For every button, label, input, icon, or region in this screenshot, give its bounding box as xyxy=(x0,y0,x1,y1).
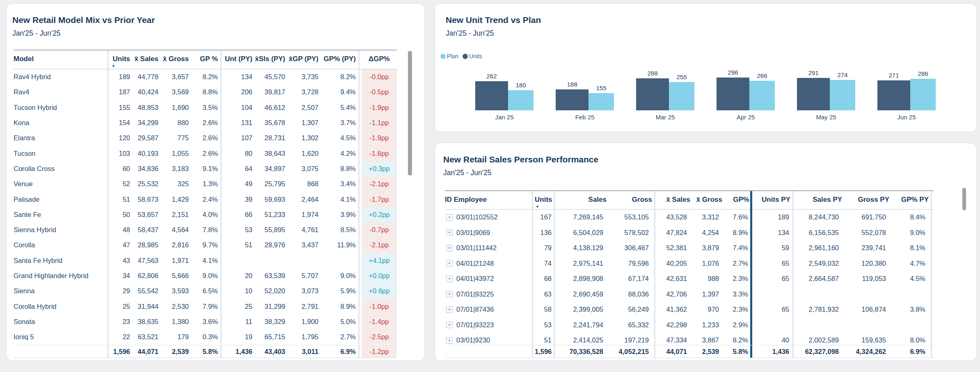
units-bar[interactable] xyxy=(556,89,588,110)
bar-value-label: 286 xyxy=(918,70,928,77)
expand-row-icon[interactable]: + xyxy=(446,214,453,221)
units_py-cell: 131 xyxy=(224,119,253,127)
model-mix-scrollbar-thumb[interactable] xyxy=(408,51,412,176)
employee-id-cell: +04/01|21248 xyxy=(445,260,531,267)
gross-cell: 306,467 xyxy=(607,244,653,252)
gross-cell: 88,036 xyxy=(607,290,653,298)
table-row[interactable]: +07/01|87436582,399,00556,24941,3629702.… xyxy=(445,302,934,317)
sales-performance-scrollbar-thumb[interactable] xyxy=(962,188,966,210)
units-bar-column: 271 xyxy=(877,72,910,110)
column-header-sales[interactable]: x̄ Sales xyxy=(131,50,159,69)
legend-item-plan[interactable]: Plan xyxy=(440,53,458,59)
units-bar[interactable] xyxy=(475,81,508,110)
table-row[interactable]: Rav418740,4243,5698.8%20639,8173,7289.4%… xyxy=(14,84,397,100)
table-row[interactable]: +07/01|93225632,690,45988,03642,7061,397… xyxy=(445,287,934,302)
units-bar-column: 291 xyxy=(797,69,830,110)
plan-bar[interactable] xyxy=(588,93,614,110)
model-cell: Sienna Hybrid xyxy=(14,226,106,234)
table-row[interactable]: Rav4 Hybrid18944,7783,6578.2%13445,5703,… xyxy=(14,69,397,84)
table-row[interactable]: Kona15434,2998802.6%13135,6781,3073.7%-1… xyxy=(14,115,397,130)
expand-row-icon[interactable]: + xyxy=(446,260,453,267)
column-header-sales[interactable]: Sales xyxy=(556,191,607,210)
expand-row-icon[interactable]: + xyxy=(446,276,453,282)
column-header-gross_py[interactable]: Gross PY xyxy=(843,191,890,210)
table-row[interactable]: Santa Fe Hybrid4347,5631,9714.1%+4.1pp xyxy=(14,253,397,268)
expand-row-icon[interactable]: + xyxy=(446,291,453,297)
column-header-id[interactable]: ID Employee xyxy=(445,191,531,210)
table-row[interactable]: Tucson Hybrid15548,8531,6903.5%10446,612… xyxy=(14,100,397,115)
expand-row-icon[interactable]: + xyxy=(446,245,453,251)
table-row[interactable]: Sienna2955,5423,5936.5%1052,0203,0735.9%… xyxy=(14,283,397,299)
plan-bar[interactable] xyxy=(669,82,694,110)
column-header-sales_py[interactable]: x̄Sls (PY) xyxy=(253,50,286,69)
column-header-label: x̄ Sales xyxy=(131,55,159,63)
units-bar[interactable] xyxy=(797,78,830,110)
table-row[interactable]: Sonata2338,6351,3803.6%1138,3291,9005.0%… xyxy=(14,314,397,329)
table-row[interactable]: Corolla Cross6034,8363,1839.1%6434,8973,… xyxy=(14,161,397,176)
table-row[interactable]: Grand Highlander Hybrid3462,8065,6669.0%… xyxy=(14,268,397,283)
column-header-gp_py[interactable]: GP% (PY) xyxy=(319,50,357,69)
table-row[interactable]: Elantra12029,5877752.6%10728,7311,3024.5… xyxy=(14,130,397,146)
table-row[interactable]: Palisade5158,6731,4292.4%3959,6932,4644.… xyxy=(14,192,397,207)
units-cell: 79 xyxy=(535,244,552,252)
gross_py-cell: 3,735 xyxy=(286,73,319,81)
sales-cell: 7,269,145 xyxy=(556,213,607,221)
column-group-divider xyxy=(750,317,752,333)
column-header-avg_sales[interactable]: x̄ Sales xyxy=(657,191,691,210)
column-header-units_py[interactable]: Unt (PY) xyxy=(224,50,253,69)
column-header-units[interactable]: Units▼ xyxy=(111,50,131,69)
table-row[interactable]: Tucson10340,1931,0552.6%8038,6431,6204.2… xyxy=(14,146,397,161)
column-header-gross[interactable]: Gross xyxy=(607,191,653,210)
expand-row-icon[interactable]: + xyxy=(446,306,453,313)
column-header-gross[interactable]: x̄ Gross xyxy=(159,50,190,69)
plan-bar[interactable] xyxy=(749,81,775,110)
column-header-gp[interactable]: GP % xyxy=(190,50,219,69)
table-row[interactable]: +03/01|1025521677,269,145553,10543,5283,… xyxy=(445,210,934,225)
column-header-avg_gross[interactable]: x̄ Gross xyxy=(691,191,723,210)
table-row[interactable]: +03/01|9230512,414,025197,21947,3343,867… xyxy=(445,333,934,345)
gp-cell: 7.6% xyxy=(723,213,750,221)
column-header-sales_py[interactable]: Sales PY xyxy=(795,191,843,210)
model-mix-subtitle: Jan'25 - Jun'25 xyxy=(12,29,61,38)
column-header-gp_py[interactable]: GP% PY xyxy=(890,191,930,210)
table-row[interactable]: +03/01|90691366,504,029578,50247,8244,25… xyxy=(445,225,934,241)
column-header-units[interactable]: Units▼ xyxy=(535,191,552,210)
units-bar[interactable] xyxy=(717,78,749,110)
sales_py-cell: 25,795 xyxy=(253,180,286,188)
table-row[interactable]: +04/01|43972682,898,90867,17442,6319882.… xyxy=(445,271,934,287)
gross_py-cell: 1,974 xyxy=(286,211,319,219)
column-header-label: Sales PY xyxy=(795,196,843,204)
column-header-delta[interactable]: ΔGP% xyxy=(362,50,397,69)
units-bar[interactable] xyxy=(877,80,910,110)
plan-bar[interactable] xyxy=(910,79,936,110)
column-group-divider xyxy=(357,268,362,283)
table-row[interactable]: Corolla Hybrid2531,9442,5307.9%2531,2992… xyxy=(14,299,397,314)
table-row[interactable]: +04/01|21248742,975,14179,59640,2051,076… xyxy=(445,256,934,272)
column-header-units_py[interactable]: Units PY xyxy=(752,191,791,210)
column-header-gp[interactable]: GP% xyxy=(723,191,750,210)
table-row[interactable]: Sante Fe5053,6572,1514.0%6651,2331,9743.… xyxy=(14,207,397,222)
table-row[interactable]: Sienna Hybrid4858,4374,5647.8%5355,8954,… xyxy=(14,222,397,237)
gross-cell: 5,666 xyxy=(159,272,190,280)
plan-bar[interactable] xyxy=(508,90,534,110)
plan-bar[interactable] xyxy=(830,80,855,110)
table-row[interactable]: +07/01|93223532,241,79465,33242,2981,233… xyxy=(445,317,934,333)
column-header-gross_py[interactable]: x̄GP (PY) xyxy=(286,50,319,69)
units-bar[interactable] xyxy=(636,78,669,110)
column-header-label: ID Employee xyxy=(445,196,531,204)
sales-performance-card: New Retail Sales Person Performance Jan'… xyxy=(435,143,977,361)
gross_py-cell: 1,900 xyxy=(286,318,319,326)
expand-row-icon[interactable]: + xyxy=(446,322,453,328)
table-row[interactable]: +03/01|111442794,138,129306,46752,3813,8… xyxy=(445,240,934,256)
expand-row-icon[interactable]: + xyxy=(446,229,453,236)
table-row[interactable]: Ioniq 52263,5211790.3%1965,7151,7952.7%-… xyxy=(14,329,397,345)
table-row[interactable]: Venue5225,5323251.3%4925,7958683.4%-2.1p… xyxy=(14,176,397,192)
bar-group: 291274 xyxy=(797,69,855,110)
gross_py-cell: 5,707 xyxy=(286,272,319,280)
expand-row-icon[interactable]: + xyxy=(446,337,453,344)
column-group-divider xyxy=(357,314,362,329)
column-header-model[interactable]: Model xyxy=(14,50,106,69)
sort-descending-icon: ▼ xyxy=(112,64,132,68)
table-row[interactable]: Corolla4728,9852,8169.7%5128,9763,43711.… xyxy=(14,237,397,253)
gp-cell: 2.7% xyxy=(723,260,750,267)
